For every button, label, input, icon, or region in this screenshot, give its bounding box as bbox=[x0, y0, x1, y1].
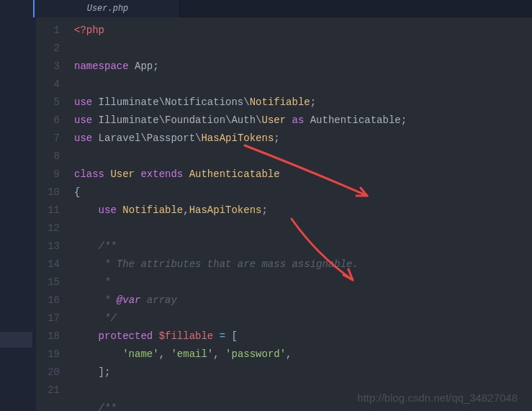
watermark: http://blog.csdn.net/qq_34827048 bbox=[357, 392, 518, 404]
left-margin bbox=[0, 0, 36, 411]
editor-container: User.php 1 2 3 4 5 6 7 8 9 10 11 12 13 1… bbox=[0, 0, 532, 411]
code-line bbox=[74, 76, 532, 94]
line-number: 21 bbox=[36, 381, 68, 399]
code-line: ]; bbox=[74, 363, 532, 381]
line-number: 13 bbox=[36, 238, 68, 256]
gutter: 1 2 3 4 5 6 7 8 9 10 11 12 13 14 15 16 1… bbox=[36, 17, 68, 411]
code-line: * The attributes that are mass assignabl… bbox=[74, 256, 532, 274]
code-line: * @var array bbox=[74, 292, 532, 310]
line-number: 1 bbox=[36, 22, 68, 40]
code-content[interactable]: <?php namespace App; use Illuminate\Noti… bbox=[68, 17, 532, 411]
line-number: 12 bbox=[36, 220, 68, 238]
code-line bbox=[74, 40, 532, 58]
line-number: 18 bbox=[36, 328, 68, 345]
code-line bbox=[74, 148, 532, 166]
line-number: 2 bbox=[36, 40, 68, 58]
tab-label: User.php bbox=[87, 4, 129, 14]
line-number: 10 bbox=[36, 184, 68, 202]
file-tab[interactable]: User.php bbox=[36, 0, 180, 17]
line-number: 15 bbox=[36, 274, 68, 292]
code-line: use Illuminate\Foundation\Auth\User as A… bbox=[74, 112, 532, 130]
code-line: class User extends Authenticatable bbox=[74, 166, 532, 184]
line-number: 14 bbox=[36, 256, 68, 274]
code-line: namespace App; bbox=[74, 58, 532, 76]
code-line: protected $fillable = [ bbox=[74, 328, 532, 345]
code-line: * bbox=[74, 274, 532, 292]
active-file-indicator bbox=[33, 0, 35, 17]
code-line: <?php bbox=[74, 22, 532, 40]
line-number: 3 bbox=[36, 58, 68, 76]
code-line: use Laravel\Passport\HasApiTokens; bbox=[74, 130, 532, 148]
code-line: use Notifiable,HasApiTokens; bbox=[74, 202, 532, 220]
line-number: 6 bbox=[36, 112, 68, 130]
line-number: 8 bbox=[36, 148, 68, 166]
code-line: 'name', 'email', 'password', bbox=[74, 345, 532, 363]
line-number: 9 bbox=[36, 166, 68, 184]
code-line: */ bbox=[74, 310, 532, 328]
code-line bbox=[74, 220, 532, 238]
line-number: 16 bbox=[36, 292, 68, 310]
line-number: 4 bbox=[36, 76, 68, 94]
line-number: 7 bbox=[36, 130, 68, 148]
code-line: { bbox=[74, 184, 532, 202]
code-area[interactable]: 1 2 3 4 5 6 7 8 9 10 11 12 13 14 15 16 1… bbox=[36, 17, 532, 411]
main-area: User.php 1 2 3 4 5 6 7 8 9 10 11 12 13 1… bbox=[36, 0, 532, 411]
code-line: use Illuminate\Notifications\Notifiable; bbox=[74, 94, 532, 112]
folded-marker bbox=[0, 332, 32, 348]
line-number: 11 bbox=[36, 202, 68, 220]
line-number: 5 bbox=[36, 94, 68, 112]
tab-bar: User.php bbox=[36, 0, 532, 17]
line-number: 19 bbox=[36, 345, 68, 363]
line-number: 17 bbox=[36, 310, 68, 328]
code-line: /** bbox=[74, 238, 532, 256]
line-number: 20 bbox=[36, 363, 68, 381]
